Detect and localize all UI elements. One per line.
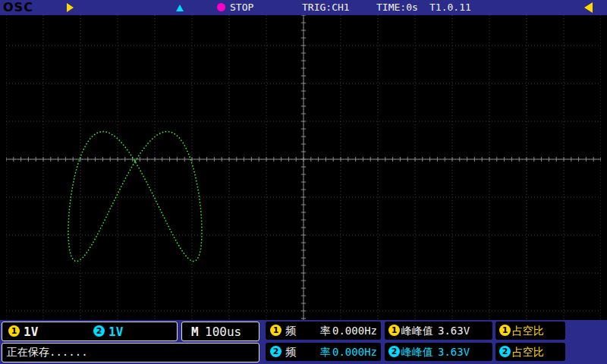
top-status-bar: OSC STOP TRIG:CH1 TIME:0s T1.0.11 <box>0 0 607 15</box>
ch2-badge: 2 <box>499 346 511 357</box>
ch1-pkpk-value: 3.63V <box>438 325 470 337</box>
trigger-marker-icon <box>67 3 74 12</box>
ch2-badge: 2 <box>93 325 105 337</box>
measurement-row-ch1: 1 频 率 0.000Hz 1 峰峰值 3.63V 1 占空比 <box>266 322 605 341</box>
ch1-badge: 1 <box>499 325 511 336</box>
ch1-frequency-box[interactable]: 1 频 率 0.000Hz <box>266 322 381 340</box>
osc-logo: OSC <box>3 0 33 14</box>
pkpk-label: 峰峰值 <box>401 325 433 338</box>
ch2-duty-box[interactable]: 2 占空比 <box>495 343 565 361</box>
run-stop-indicator-icon[interactable] <box>217 3 225 11</box>
ch2-marker-icon <box>176 5 184 11</box>
ch2-badge: 2 <box>388 346 400 357</box>
duty-label: 占空比 <box>512 325 544 338</box>
freq-label: 频 <box>285 346 296 359</box>
ch2-pkpk-box[interactable]: 2 峰峰值 3.63V <box>385 343 492 361</box>
trigger-source-label: TRIG:CH1 <box>302 2 350 13</box>
timebase-box[interactable]: M 100us <box>181 322 259 341</box>
ch1-duty-box[interactable]: 1 占空比 <box>495 322 565 340</box>
timebase-value: 100us <box>205 325 241 339</box>
ch1-scale: 1V <box>24 325 38 339</box>
measurement-row-ch2: 2 频 率 0.000Hz 2 峰峰值 3.63V 2 占空比 <box>266 343 605 362</box>
back-arrow-icon[interactable] <box>584 2 593 13</box>
ch1-freq-value: 0.000Hz <box>332 325 377 337</box>
timebase-prefix: M <box>191 325 199 339</box>
ch1-badge: 1 <box>8 325 20 337</box>
ch2-freq-value: 0.000Hz <box>332 346 377 358</box>
freq-label-2: 率 <box>320 346 331 359</box>
channel-scale-box[interactable]: 1 1V 2 1V <box>2 322 178 341</box>
duty-label: 占空比 <box>512 346 544 359</box>
pkpk-label: 峰峰值 <box>401 346 433 359</box>
freq-label: 频 <box>285 325 296 338</box>
ch2-scale: 1V <box>109 325 123 339</box>
ch1-pkpk-box[interactable]: 1 峰峰值 3.63V <box>385 322 492 340</box>
ch2-pkpk-value: 3.63V <box>438 346 470 358</box>
time-offset-label: TIME:0s <box>376 2 418 13</box>
status-box: 正在保存...... <box>2 343 259 362</box>
status-message: 正在保存...... <box>7 346 88 359</box>
scope-display <box>0 15 607 320</box>
ch2-frequency-box[interactable]: 2 频 率 0.000Hz <box>266 343 381 361</box>
firmware-version-label: T1.0.11 <box>429 2 471 13</box>
bottom-status-bar: 1 1V 2 1V M 100us 正在保存...... 1 频 率 0.000… <box>0 320 607 364</box>
freq-label-2: 率 <box>320 325 331 338</box>
ch1-badge: 1 <box>388 325 400 336</box>
graticule-and-trace <box>6 15 601 320</box>
stop-label[interactable]: STOP <box>230 2 253 13</box>
ch2-badge: 2 <box>270 346 281 357</box>
ch1-badge: 1 <box>270 325 281 336</box>
